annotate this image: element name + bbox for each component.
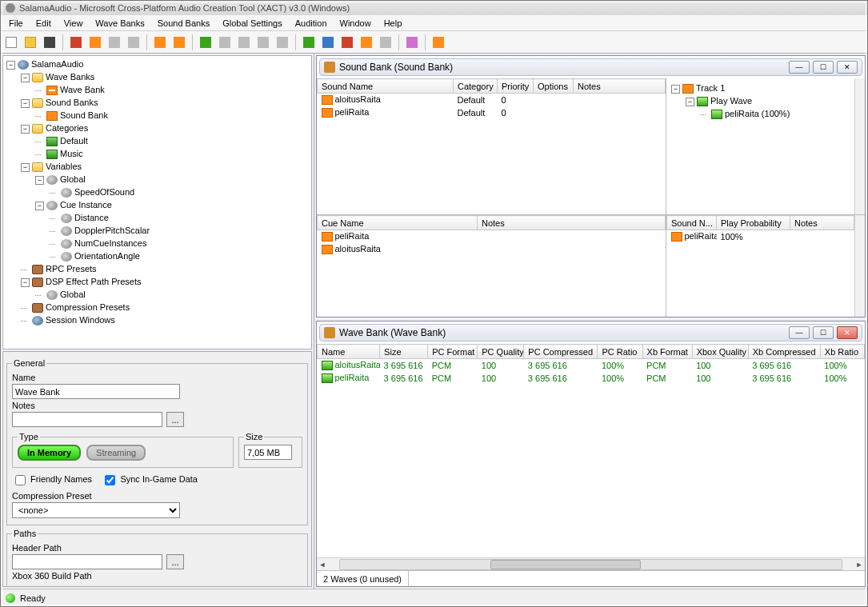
- sound-bank-window: Sound Bank (Sound Bank) — ☐ ✕ Sound Name: [316, 55, 866, 317]
- cue-icon: [322, 245, 333, 254]
- mdi-area: Sound Bank (Sound Bank) — ☐ ✕ Sound Name: [314, 54, 867, 589]
- scroll-track[interactable]: [339, 559, 842, 570]
- scroll-left-icon[interactable]: ◄: [317, 559, 328, 570]
- client-area: −SalamaAudio −Wave Banks Wave Bank −Soun…: [1, 54, 867, 589]
- app-window: SalamaAudio - Microsoft Cross-Platform A…: [0, 0, 868, 607]
- scroll-right-icon[interactable]: ►: [854, 559, 865, 570]
- h-scrollbar[interactable]: ◄ ►: [317, 557, 865, 570]
- cue-row[interactable]: aloitusRaita: [318, 243, 666, 256]
- cue-list[interactable]: Cue Name Notes peliRaita aloitusRaita: [317, 215, 666, 256]
- scroll-thumb[interactable]: [490, 560, 641, 569]
